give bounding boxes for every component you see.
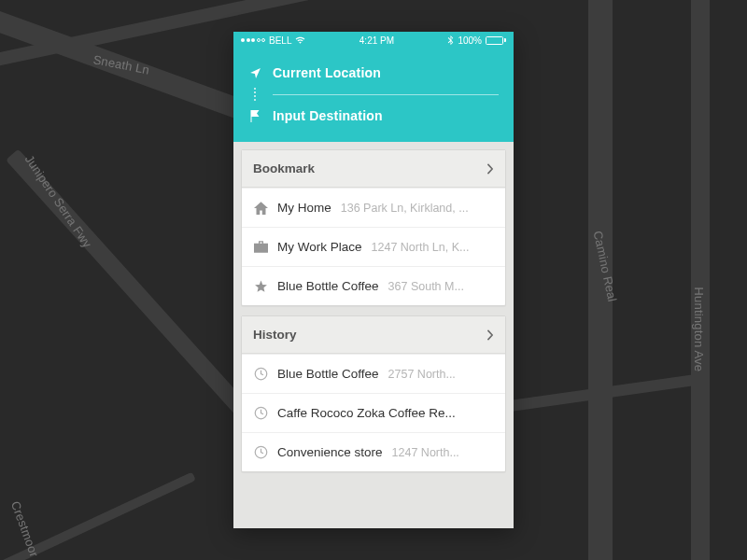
map-label: Junipero Serra Fwy (22, 152, 94, 250)
status-bar: BELL 4:21 PM 100% (233, 32, 514, 49)
history-item[interactable]: Convenience store 1247 North... (242, 432, 505, 471)
history-item-label: Blue Bottle Coffee (277, 367, 379, 381)
history-item[interactable]: Blue Bottle Coffee 2757 North... (242, 354, 505, 393)
map-label: Crestmoor (8, 499, 41, 559)
bookmark-item-label: Blue Bottle Coffee (277, 279, 379, 293)
briefcase-icon (253, 241, 268, 253)
bookmark-item-coffee[interactable]: Blue Bottle Coffee 367 South M... (242, 266, 505, 305)
history-card: History Blue Bottle Coffee 2757 North... (241, 315, 506, 472)
status-time: 4:21 PM (359, 35, 394, 46)
bookmark-item-label: My Work Place (277, 240, 362, 254)
content-area: Bookmark My Home 136 Park Ln, Kirkland, … (233, 142, 514, 528)
home-icon (253, 202, 268, 215)
flag-icon (248, 110, 261, 122)
map-label: Huntington Ave (692, 287, 706, 372)
route-dots-icon (248, 88, 261, 101)
divider (273, 94, 499, 95)
current-location-row[interactable]: Current Location (248, 60, 499, 86)
history-item-label: Caffe Rococo Zoka Coffee Re... (277, 406, 494, 420)
star-icon (253, 280, 268, 293)
chevron-right-icon (486, 329, 494, 341)
history-title: History (253, 328, 297, 342)
history-item-sub: 2757 North... (388, 368, 494, 381)
wifi-icon (295, 36, 305, 44)
clock-icon (253, 406, 268, 420)
bluetooth-icon (447, 35, 454, 46)
history-item[interactable]: Caffe Rococo Zoka Coffee Re... (242, 393, 505, 432)
route-separator (248, 88, 499, 101)
clock-icon (253, 367, 268, 381)
bookmark-item-sub: 1247 North Ln, K... (372, 241, 494, 254)
status-left: BELL (241, 35, 305, 46)
route-header: Current Location Input Destination (233, 49, 514, 142)
screen: Sneath Ln Junipero Serra Fwy Camino Real… (0, 0, 747, 560)
clock-icon (253, 445, 268, 459)
chevron-right-icon (486, 163, 494, 175)
bookmark-item-sub: 136 Park Ln, Kirkland, ... (341, 202, 494, 215)
map-road (691, 0, 710, 560)
status-right: 100% (447, 35, 506, 46)
bookmark-card: Bookmark My Home 136 Park Ln, Kirkland, … (241, 149, 506, 306)
battery-icon (486, 36, 506, 45)
bookmark-item-label: My Home (277, 201, 331, 215)
carrier-label: BELL (269, 35, 291, 46)
bookmark-item-work[interactable]: My Work Place 1247 North Ln, K... (242, 227, 505, 266)
history-item-label: Convenience store (277, 445, 383, 459)
signal-dots-icon (241, 38, 265, 42)
battery-pct: 100% (458, 35, 482, 46)
destination-row[interactable]: Input Destination (248, 103, 499, 129)
bookmark-item-sub: 367 South M... (388, 280, 494, 293)
location-arrow-icon (248, 67, 261, 79)
destination-label: Input Destination (273, 108, 383, 123)
current-location-label: Current Location (273, 65, 381, 80)
phone-frame: BELL 4:21 PM 100% (233, 32, 514, 528)
history-header[interactable]: History (242, 316, 505, 354)
bookmark-header[interactable]: Bookmark (242, 150, 505, 188)
bookmark-title: Bookmark (253, 161, 315, 175)
bookmark-item-home[interactable]: My Home 136 Park Ln, Kirkland, ... (242, 188, 505, 227)
history-item-sub: 1247 North... (392, 446, 494, 459)
